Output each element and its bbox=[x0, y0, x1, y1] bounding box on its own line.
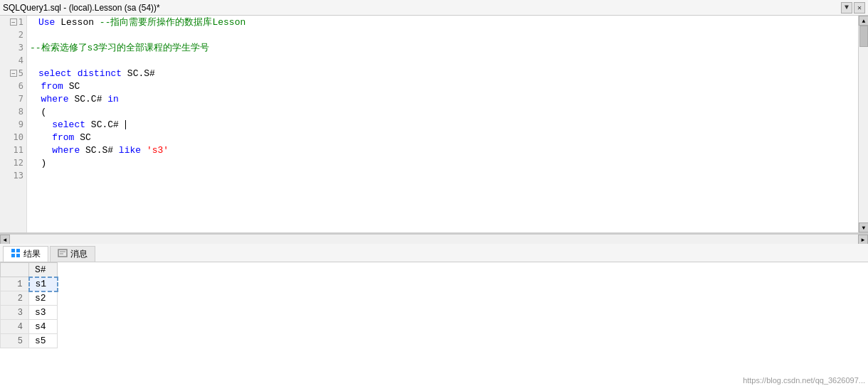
code-token: 's3' bbox=[147, 145, 169, 156]
table-cell[interactable]: s3 bbox=[29, 306, 58, 320]
scroll-right-button[interactable]: ► bbox=[858, 235, 868, 245]
code-token bbox=[30, 145, 52, 156]
svg-rect-4 bbox=[58, 250, 67, 257]
scroll-up-button[interactable]: ▲ bbox=[859, 16, 868, 26]
svg-rect-0 bbox=[11, 249, 15, 252]
code-line bbox=[30, 28, 855, 41]
line-number: 4 bbox=[0, 54, 26, 67]
tabs-bar: 结果消息 bbox=[0, 244, 868, 262]
results-area[interactable]: S#1s12s23s34s45s5 https://blog.csdn.net/… bbox=[0, 262, 868, 386]
code-token: Lesson bbox=[55, 17, 99, 28]
code-line: where SC.S# like 's3' bbox=[30, 144, 855, 156]
code-line bbox=[30, 54, 855, 67]
svg-rect-2 bbox=[11, 254, 15, 257]
tab-label: 消息 bbox=[70, 248, 88, 260]
collapse-icon[interactable]: − bbox=[10, 70, 17, 77]
code-token: in bbox=[107, 94, 119, 104]
code-line: from SC bbox=[30, 131, 855, 144]
code-token bbox=[30, 94, 41, 104]
table-cell[interactable]: s1 bbox=[29, 277, 58, 291]
line-number: 12 bbox=[0, 156, 26, 169]
table-cell[interactable]: s2 bbox=[29, 291, 58, 306]
line-number: 10 bbox=[0, 131, 26, 144]
close-button[interactable]: ✕ bbox=[854, 2, 865, 14]
column-header: S# bbox=[29, 263, 58, 277]
code-token bbox=[30, 132, 52, 143]
code-token: SC.S# bbox=[122, 68, 155, 79]
code-token: from bbox=[41, 81, 63, 92]
collapse-icon[interactable]: − bbox=[10, 18, 17, 26]
scroll-left-button[interactable]: ◄ bbox=[0, 235, 10, 245]
code-token: --指向需要所操作的数据库Lesson bbox=[100, 16, 245, 28]
code-token bbox=[30, 81, 41, 92]
line-number: −1 bbox=[0, 16, 26, 28]
code-token bbox=[141, 145, 147, 156]
svg-rect-1 bbox=[16, 249, 20, 252]
horizontal-scrollbar[interactable]: ◄ ► bbox=[0, 234, 868, 244]
tab-results[interactable]: 结果 bbox=[3, 246, 48, 262]
code-token: select bbox=[38, 68, 72, 79]
line-number: 11 bbox=[0, 144, 26, 156]
line-number: 6 bbox=[0, 80, 26, 92]
scroll-down-button[interactable]: ▼ bbox=[859, 223, 868, 232]
svg-rect-3 bbox=[16, 254, 20, 257]
line-number: 2 bbox=[0, 28, 26, 41]
row-number: 1 bbox=[1, 277, 29, 291]
code-line: select SC.C# bbox=[30, 118, 855, 131]
tab-messages[interactable]: 消息 bbox=[50, 246, 95, 262]
title-bar: SQLQuery1.sql - (local).Lesson (sa (54))… bbox=[0, 0, 868, 16]
bottom-panel: 结果消息 S#1s12s23s34s45s5 https://blog.csdn… bbox=[0, 244, 868, 386]
line-number: 13 bbox=[0, 169, 26, 182]
code-line bbox=[30, 169, 855, 182]
line-number: 3 bbox=[0, 41, 26, 54]
title-text: SQLQuery1.sql - (local).Lesson (sa (54))… bbox=[3, 3, 160, 13]
watermark: https://blog.csdn.net/qq_3626097... bbox=[743, 376, 865, 385]
pin-button[interactable]: ▼ bbox=[841, 2, 852, 14]
code-token: like bbox=[119, 145, 141, 156]
table-row[interactable]: 1s1 bbox=[1, 277, 58, 291]
scroll-track[interactable] bbox=[859, 26, 868, 223]
code-token bbox=[72, 68, 78, 79]
code-token: SC.C# bbox=[85, 119, 125, 130]
code-line: --检索选修了s3学习的全部课程的学生学号 bbox=[30, 41, 855, 54]
code-token: SC bbox=[63, 81, 80, 92]
code-token: SC.S# bbox=[80, 145, 119, 156]
table-row[interactable]: 4s4 bbox=[1, 320, 58, 334]
code-token: select bbox=[52, 119, 85, 130]
message-icon bbox=[58, 248, 68, 260]
code-token: ( bbox=[30, 107, 46, 117]
grid-icon bbox=[11, 248, 21, 260]
code-line: from SC bbox=[30, 80, 855, 92]
title-buttons: ▼ ✕ bbox=[841, 2, 865, 14]
line-number: 9 bbox=[0, 118, 26, 131]
editor-container: −1234−5678910111213 Use Lesson --指向需要所操作… bbox=[0, 16, 868, 234]
code-token: where bbox=[41, 94, 69, 104]
results-table: S#1s12s23s34s45s5 bbox=[0, 262, 58, 348]
vertical-scrollbar[interactable]: ▲ ▼ bbox=[858, 16, 868, 232]
code-line: select distinct SC.S# bbox=[30, 67, 855, 80]
table-row[interactable]: 5s5 bbox=[1, 334, 58, 348]
table-row[interactable]: 2s2 bbox=[1, 291, 58, 306]
row-number: 5 bbox=[1, 334, 29, 348]
code-area[interactable]: Use Lesson --指向需要所操作的数据库Lesson--检索选修了s3学… bbox=[27, 16, 858, 182]
table-cell[interactable]: s5 bbox=[29, 334, 58, 348]
code-token bbox=[30, 119, 52, 130]
corner-header bbox=[1, 263, 29, 277]
row-number: 4 bbox=[1, 320, 29, 334]
code-token: distinct bbox=[78, 68, 122, 79]
line-number: −5 bbox=[0, 67, 26, 80]
table-row[interactable]: 3s3 bbox=[1, 306, 58, 320]
row-number: 2 bbox=[1, 291, 29, 306]
code-line: ) bbox=[30, 156, 855, 169]
editor-scroll[interactable]: Use Lesson --指向需要所操作的数据库Lesson--检索选修了s3学… bbox=[27, 16, 858, 232]
tab-label: 结果 bbox=[23, 248, 41, 260]
scroll-thumb[interactable] bbox=[859, 26, 868, 47]
table-cell[interactable]: s4 bbox=[29, 320, 58, 334]
h-scroll-track[interactable] bbox=[10, 235, 858, 244]
code-token: from bbox=[52, 132, 74, 143]
line-number: 8 bbox=[0, 105, 26, 118]
line-numbers: −1234−5678910111213 bbox=[0, 16, 27, 232]
code-token: ) bbox=[30, 158, 46, 168]
code-token: Use bbox=[38, 17, 55, 28]
code-token: --检索选修了s3学习的全部课程的学生学号 bbox=[30, 41, 209, 54]
